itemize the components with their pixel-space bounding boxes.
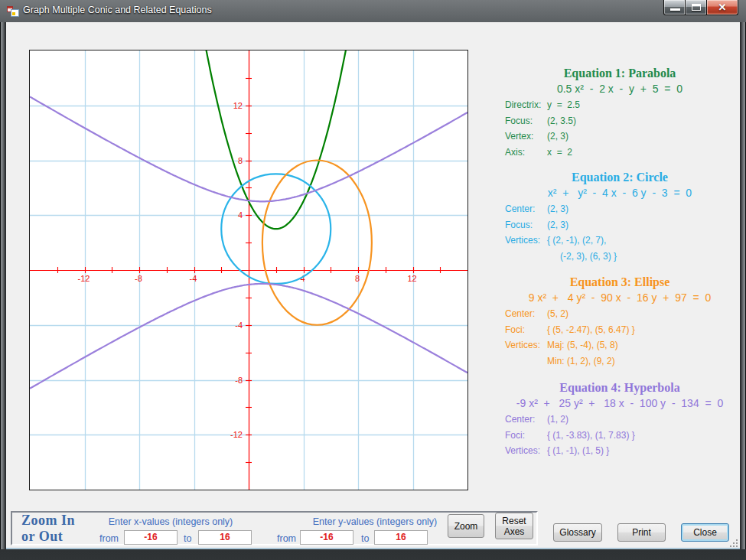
close-dialog-button[interactable]: Close	[681, 523, 729, 542]
maximize-button[interactable]	[686, 0, 706, 15]
equation-2-property-row: (-2, 3), (6, 3) }	[482, 249, 746, 265]
equation-4-property-row: Center:(1, 2)	[482, 412, 746, 428]
equation-2-property-row: Vertices:{ (2, -1), (2, 7),	[482, 233, 746, 249]
y-to-input[interactable]: 16	[374, 530, 428, 545]
equation-2-heading: Equation 2: Circle	[482, 170, 746, 184]
svg-text:-4: -4	[235, 321, 243, 330]
window-frame-left	[0, 22, 6, 549]
y-to-label: to	[361, 533, 369, 544]
app-icon	[7, 5, 19, 18]
close-icon: ✕	[707, 2, 738, 14]
equation-3-property-row: Min: (1, 2), (9, 2)	[482, 353, 746, 370]
svg-text:-8: -8	[235, 376, 243, 385]
x-values-label: Enter x-values (integers only)	[94, 516, 247, 527]
equation-2-property-row: Center:(2, 3)	[482, 201, 746, 217]
titlebar[interactable]: Graph Multiple Conic and Related Equatio…	[0, 0, 746, 22]
equation-4-section: Equation 4: Hyperbola-9 x² + 25 y² + 18 …	[482, 380, 746, 459]
reset-axes-button[interactable]: Reset Axes	[495, 513, 533, 539]
y-from-input[interactable]: -16	[300, 530, 353, 545]
equation-3-property-row: Vertices:Maj: (5, -4), (5, 8)	[482, 337, 746, 353]
app-window: Graph Multiple Conic and Related Equatio…	[0, 0, 746, 560]
svg-text:12: 12	[407, 274, 416, 283]
equation-3-section: Equation 3: Ellipse9 x² + 4 y² - 90 x - …	[482, 275, 746, 369]
client-area: -12-8-44812-12-8-44812 Equation 1: Parab…	[6, 22, 740, 549]
equation-4-formula: -9 x² + 25 y² + 18 x - 100 y - 134 = 0	[482, 396, 746, 412]
zoom-panel: Zoom Inor Out Enter x-values (integers o…	[11, 511, 538, 545]
minimize-button[interactable]	[663, 0, 686, 15]
equation-4-property-row: Foci:{ (1, -3.83), (1, 7.83) }	[482, 428, 746, 444]
maximize-icon	[692, 4, 701, 11]
equation-3-heading: Equation 3: Ellipse	[482, 275, 746, 289]
print-button[interactable]: Print	[617, 523, 666, 542]
window-title: Graph Multiple Conic and Related Equatio…	[23, 5, 212, 15]
equation-2-section: Equation 2: Circlex² + y² - 4 x - 6 y - …	[482, 170, 746, 264]
equation-4-heading: Equation 4: Hyperbola	[482, 380, 746, 395]
equation-1-section: Equation 1: Parabola0.5 x² - 2 x - y + 5…	[482, 66, 746, 160]
glossary-button[interactable]: Glossary	[553, 523, 602, 542]
window-frame-highlight	[6, 548, 740, 549]
zoom-panel-title: Zoom Inor Out	[21, 513, 75, 545]
x-from-label: from	[99, 533, 119, 544]
equation-3-property-row: Foci:{ (5, -2.47), (5, 6.47) }	[482, 322, 746, 338]
equation-1-property-row: Vertex:(2, 3)	[482, 129, 746, 145]
resize-grip[interactable]	[729, 539, 738, 548]
minimize-icon	[670, 8, 680, 11]
equation-1-formula: 0.5 x² - 2 x - y + 5 = 0	[482, 81, 746, 97]
equation-1-property-row: Directrix:y = 2.5	[482, 97, 746, 113]
svg-text:4: 4	[238, 210, 243, 220]
svg-text:8: 8	[238, 156, 243, 165]
zoom-button[interactable]: Zoom	[448, 514, 484, 538]
close-button[interactable]: ✕	[706, 0, 738, 15]
x-from-input[interactable]: -16	[124, 530, 178, 545]
svg-text:-4: -4	[190, 274, 197, 283]
equation-3-formula: 9 x² + 4 y² - 90 x - 16 y + 97 = 0	[482, 290, 746, 306]
equation-3-property-row: Center:(5, 2)	[482, 306, 746, 322]
x-to-label: to	[184, 533, 191, 544]
equation-1-heading: Equation 1: Parabola	[482, 66, 746, 80]
equation-1-property-row: Focus:(2, 3.5)	[482, 113, 746, 129]
equation-1-property-row: Axis:x = 2	[482, 145, 746, 161]
x-to-input[interactable]: 16	[198, 530, 252, 545]
svg-text:8: 8	[355, 274, 360, 283]
y-from-label: from	[277, 533, 296, 544]
equation-2-property-row: Focus:(2, 3)	[482, 217, 746, 233]
svg-text:-12: -12	[78, 274, 90, 283]
graph-canvas: -12-8-44812-12-8-44812	[29, 50, 468, 490]
graph-svg: -12-8-44812-12-8-44812	[30, 50, 467, 490]
svg-text:12: 12	[233, 101, 243, 110]
svg-text:-12: -12	[230, 430, 243, 439]
svg-text:-8: -8	[135, 274, 142, 283]
window-frame-right	[740, 22, 746, 549]
y-values-label: Enter y-values (integers only)	[298, 516, 451, 527]
equation-2-formula: x² + y² - 4 x - 6 y - 3 = 0	[482, 185, 746, 201]
equation-4-property-row: Vertices:{ (1, -1), (1, 5) }	[482, 443, 746, 459]
